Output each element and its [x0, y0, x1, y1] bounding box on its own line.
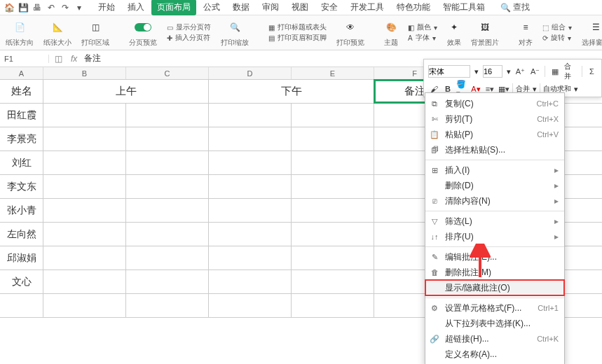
table-cell[interactable]: [43, 246, 126, 270]
context-item[interactable]: ⊞插入(I)▸: [425, 162, 564, 178]
table-cell[interactable]: [126, 104, 209, 127]
table-cell[interactable]: [292, 270, 374, 293]
table-cell[interactable]: [292, 223, 374, 246]
tab-特色功能[interactable]: 特色功能: [391, 0, 436, 15]
page-orientation-button[interactable]: 📄纸张方向: [6, 18, 34, 48]
merge-icon[interactable]: ▦: [549, 66, 560, 77]
table-cell[interactable]: [292, 199, 374, 222]
table-cell[interactable]: [292, 104, 374, 127]
context-item[interactable]: ⚙设置单元格格式(F)...Ctrl+1: [425, 300, 564, 316]
dropdown-icon[interactable]: ▾: [74, 3, 84, 13]
table-cell[interactable]: 张小青: [0, 199, 43, 222]
decrease-font-icon[interactable]: A⁻: [530, 66, 540, 77]
context-item[interactable]: ⧉复制(C)Ctrl+C: [425, 96, 564, 111]
table-cell[interactable]: [43, 175, 126, 198]
table-cell[interactable]: [209, 127, 292, 150]
table-cell[interactable]: [43, 151, 126, 174]
home-icon[interactable]: 🏠: [4, 3, 14, 13]
table-cell[interactable]: 田红霞: [0, 104, 43, 127]
context-item[interactable]: 显示/隐藏批注(O): [425, 280, 564, 295]
insert-page-break-option[interactable]: ✚ 插入分页符: [167, 33, 211, 43]
print-preview-button[interactable]: 👁打印预览: [336, 18, 364, 48]
context-item[interactable]: ▽筛选(L)▸: [425, 214, 564, 229]
table-cell[interactable]: [126, 246, 209, 270]
table-cell[interactable]: [292, 127, 374, 150]
table-cell[interactable]: 刘红: [0, 151, 43, 174]
table-cell[interactable]: [43, 223, 126, 246]
context-item[interactable]: 📋粘贴(P)Ctrl+V: [425, 127, 564, 142]
page-size-button[interactable]: 📐纸张大小: [43, 18, 71, 48]
print-header-footer-option[interactable]: ▤ 打印页眉和页脚: [268, 33, 327, 43]
context-item[interactable]: 定义名称(A)...: [425, 346, 564, 362]
print-scale-button[interactable]: 🔍打印缩放: [221, 18, 249, 48]
font-select[interactable]: [428, 65, 470, 78]
context-item[interactable]: 🗑删除批注(M): [425, 265, 564, 280]
context-item[interactable]: ⎚清除内容(N)▸: [425, 193, 564, 209]
background-image-button[interactable]: 🖼背景图片: [471, 18, 499, 48]
table-cell[interactable]: 邱淑娟: [0, 246, 43, 270]
tab-审阅[interactable]: 审阅: [256, 0, 285, 15]
sum-icon[interactable]: Σ: [587, 66, 597, 77]
tab-开发工具[interactable]: 开发工具: [345, 0, 390, 15]
table-cell[interactable]: [126, 151, 209, 174]
tab-插入[interactable]: 插入: [122, 0, 150, 15]
table-cell[interactable]: [43, 270, 126, 293]
print-area-button[interactable]: ◫打印区域: [81, 18, 109, 48]
table-cell[interactable]: [292, 175, 374, 198]
context-item[interactable]: ↓↑排序(U)▸: [425, 229, 564, 244]
colors-option[interactable]: ◧ 颜色▾: [408, 22, 437, 32]
table-header-cell[interactable]: 姓名: [0, 80, 43, 103]
table-cell[interactable]: [126, 199, 209, 222]
save-icon[interactable]: 💾: [18, 3, 28, 13]
table-cell[interactable]: [126, 127, 209, 150]
column-header[interactable]: E: [292, 67, 374, 79]
rotate-option[interactable]: ⟳ 旋转▾: [542, 33, 572, 43]
table-cell[interactable]: [209, 151, 292, 174]
tab-视图[interactable]: 视图: [286, 0, 314, 15]
table-cell[interactable]: [209, 175, 292, 198]
table-cell[interactable]: 文心: [0, 270, 43, 293]
tab-安全[interactable]: 安全: [315, 0, 343, 15]
name-box[interactable]: F1: [0, 55, 49, 63]
print-titles-option[interactable]: ▦ 打印标题或表头: [268, 22, 327, 32]
column-header[interactable]: C: [126, 67, 209, 79]
effects-button[interactable]: ✦效果: [447, 18, 461, 48]
column-header[interactable]: A: [0, 67, 43, 79]
table-cell[interactable]: [209, 104, 292, 127]
table-cell[interactable]: [209, 294, 292, 317]
tab-开始[interactable]: 开始: [93, 0, 121, 15]
table-cell[interactable]: 左向然: [0, 223, 43, 246]
redo-icon[interactable]: ↷: [60, 3, 70, 13]
increase-font-icon[interactable]: A⁺: [515, 66, 526, 77]
context-item[interactable]: 删除(D)▸: [425, 178, 564, 193]
print-icon[interactable]: 🖶: [32, 3, 42, 13]
table-cell[interactable]: [126, 294, 209, 317]
show-page-breaks-option[interactable]: ▭ 显示分页符: [167, 22, 211, 32]
table-cell[interactable]: [209, 270, 292, 293]
undo-icon[interactable]: ↶: [46, 3, 56, 13]
font-size-select[interactable]: [483, 65, 502, 78]
tab-智能工具箱[interactable]: 智能工具箱: [437, 0, 491, 15]
table-cell[interactable]: 李景亮: [0, 127, 43, 150]
context-item[interactable]: ✎编辑批注(E)...: [425, 249, 564, 265]
column-header[interactable]: D: [209, 67, 292, 79]
tab-公式[interactable]: 公式: [198, 0, 226, 15]
fonts-option[interactable]: A 字体▾: [408, 33, 437, 43]
formula-dropdown-icon[interactable]: ◫: [55, 54, 62, 64]
table-header-cell[interactable]: 下午: [209, 80, 374, 103]
table-cell[interactable]: [209, 246, 292, 270]
table-cell[interactable]: [292, 151, 374, 174]
table-cell[interactable]: [43, 127, 126, 150]
table-cell[interactable]: [292, 294, 374, 317]
column-header[interactable]: B: [43, 67, 126, 79]
table-cell[interactable]: [209, 199, 292, 222]
align-button[interactable]: ≡对齐: [519, 18, 533, 48]
group-option[interactable]: ⬚ 组合▾: [542, 22, 572, 32]
fx-icon[interactable]: fx: [68, 54, 80, 64]
selection-pane-button[interactable]: ☰选择窗格: [582, 18, 602, 48]
table-cell[interactable]: [126, 270, 209, 293]
context-item[interactable]: 🔗超链接(H)...Ctrl+K: [425, 331, 564, 346]
context-item[interactable]: 从下拉列表中选择(K)...: [425, 316, 564, 331]
search-button[interactable]: 🔍查找: [500, 1, 530, 13]
table-cell[interactable]: [126, 175, 209, 198]
